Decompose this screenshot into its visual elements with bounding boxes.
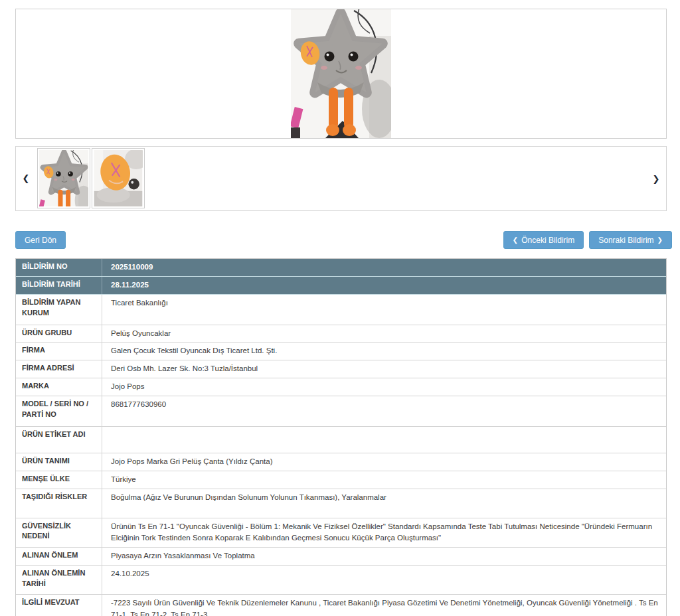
- table-row: ÜRÜN ETİKET ADI: [16, 427, 666, 453]
- table-row: ALINAN ÖNLEMİN TARİHİ24.10.2025: [16, 566, 666, 595]
- product-notification-page: ❮ ❯ Geri Dön ❮ Önceki Bildirim Sonraki B…: [0, 0, 680, 616]
- product-photo[interactable]: [291, 9, 391, 138]
- back-button-label: Geri Dön: [25, 236, 56, 244]
- notification-table: BİLDİRİM NO2025110009BİLDİRİM TARİHİ28.1…: [15, 258, 667, 616]
- row-label: ÜRÜN TANIMI: [16, 453, 102, 471]
- next-notification-label: Sonraki Bildirim: [598, 236, 653, 244]
- row-value: Ticaret Bakanlığı: [102, 295, 666, 325]
- thumbnail-1[interactable]: [37, 148, 90, 208]
- row-value: Deri Osb Mh. Lazer Sk. No:3 Tuzla/İstanb…: [102, 360, 666, 378]
- row-label: FİRMA: [16, 343, 102, 360]
- chevron-right-icon: ❯: [657, 237, 663, 244]
- row-label: MARKA: [16, 378, 102, 396]
- previous-notification-button[interactable]: ❮ Önceki Bildirim: [503, 231, 584, 249]
- table-row: MENŞE ÜLKETürkiye: [16, 471, 666, 489]
- product-image-panel: [15, 9, 667, 139]
- carousel-next-icon[interactable]: ❯: [646, 147, 666, 212]
- row-value: Ürünün Ts En 71-1 "Oyuncak Güvenliği - B…: [102, 518, 666, 548]
- row-value: 2025110009: [102, 259, 666, 276]
- table-row: ÜRÜN TANIMIJojo Pops Marka Gri Pelüş Çan…: [16, 453, 666, 471]
- row-label: GÜVENSİZLİK NEDENİ: [16, 518, 102, 548]
- table-row: MODEL / SERİ NO / PARTİ NO8681777630960: [16, 396, 666, 427]
- thumbnail-1-photo: [39, 150, 88, 206]
- row-label: BİLDİRİM NO: [16, 259, 102, 276]
- row-label: ALINAN ÖNLEMİN TARİHİ: [16, 566, 102, 594]
- previous-notification-label: Önceki Bildirim: [521, 236, 574, 244]
- table-row: FİRMAGalen Çocuk Tekstil Oyuncak Dış Tic…: [16, 343, 666, 360]
- table-row: ÜRÜN GRUBUPelüş Oyuncaklar: [16, 325, 666, 343]
- table-row: GÜVENSİZLİK NEDENİÜrünün Ts En 71-1 "Oyu…: [16, 518, 666, 548]
- table-row: TAŞIDIĞI RİSKLERBoğulma (Ağız Ve Burunun…: [16, 489, 666, 518]
- row-value: Jojo Pops Marka Gri Pelüş Çanta (Yıldız …: [102, 453, 666, 471]
- next-notification-button[interactable]: Sonraki Bildirim ❯: [589, 231, 672, 249]
- row-value: Jojo Pops: [102, 378, 666, 396]
- table-row: ALINAN ÖNLEMPiyasaya Arzın Yasaklanması …: [16, 548, 666, 566]
- carousel-prev-icon[interactable]: ❮: [16, 146, 36, 211]
- notification-nav: ❮ Önceki Bildirim Sonraki Bildirim ❯: [503, 231, 672, 249]
- chevron-left-icon: ❮: [513, 237, 518, 244]
- row-value: 24.10.2025: [102, 566, 666, 594]
- row-value: Pelüş Oyuncaklar: [102, 325, 666, 343]
- table-row: BİLDİRİM NO2025110009: [16, 259, 666, 277]
- row-value: Türkiye: [102, 471, 666, 489]
- row-label: TAŞIDIĞI RİSKLER: [16, 489, 102, 518]
- row-value: [102, 427, 666, 453]
- row-label: ÜRÜN GRUBU: [16, 325, 102, 343]
- thumbnail-list: [37, 148, 145, 208]
- row-label: MODEL / SERİ NO / PARTİ NO: [16, 396, 102, 426]
- row-label: ÜRÜN ETİKET ADI: [16, 427, 102, 453]
- row-label: İLGİLİ MEVZUAT: [16, 595, 102, 616]
- row-value: Galen Çocuk Tekstil Oyuncak Dış Ticaret …: [102, 343, 666, 360]
- row-label: BİLDİRİM TARİHİ: [16, 277, 102, 294]
- table-row: İLGİLİ MEVZUAT-7223 Sayılı Ürün Güvenliğ…: [16, 595, 666, 616]
- row-value: Piyasaya Arzın Yasaklanması Ve Toplatma: [102, 548, 666, 565]
- table-row: BİLDİRİM YAPAN KURUMTicaret Bakanlığı: [16, 295, 666, 325]
- row-value: 28.11.2025: [102, 277, 666, 294]
- thumbnail-2-photo: [94, 150, 143, 206]
- row-value: 8681777630960: [102, 396, 666, 426]
- table-row: MARKAJojo Pops: [16, 378, 666, 396]
- row-label: FİRMA ADRESİ: [16, 360, 102, 378]
- row-value: -7223 Sayılı Ürün Güvenliği Ve Teknik Dü…: [102, 595, 666, 616]
- thumbnail-2[interactable]: [92, 148, 145, 208]
- back-button[interactable]: Geri Dön: [15, 231, 66, 249]
- row-value: Boğulma (Ağız Ve Burunun Dışından Solunu…: [102, 489, 666, 518]
- row-label: MENŞE ÜLKE: [16, 471, 102, 489]
- table-row: BİLDİRİM TARİHİ28.11.2025: [16, 277, 666, 295]
- row-label: ALINAN ÖNLEM: [16, 548, 102, 565]
- row-label: BİLDİRİM YAPAN KURUM: [16, 295, 102, 325]
- table-row: FİRMA ADRESİDeri Osb Mh. Lazer Sk. No:3 …: [16, 360, 666, 378]
- thumbnail-carousel: ❮ ❯: [15, 146, 667, 211]
